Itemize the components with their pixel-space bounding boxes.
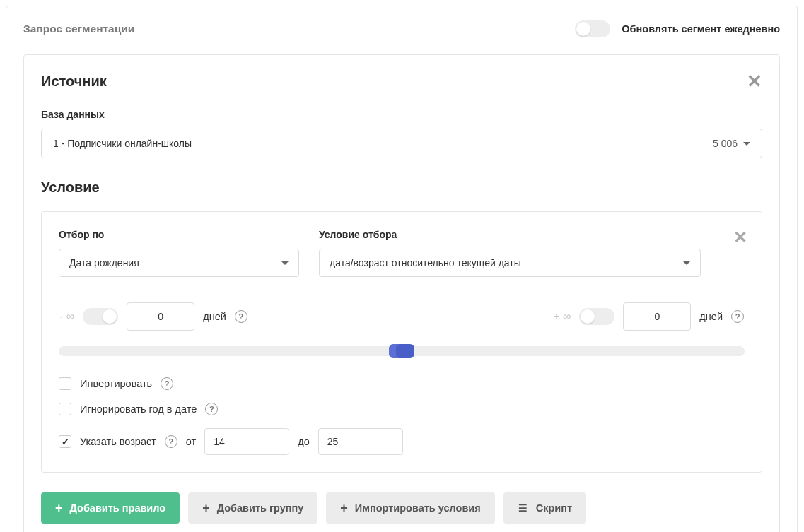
segmentation-panel: Запрос сегментации Обновлять сегмент еже… bbox=[6, 6, 798, 532]
minus-infinity-label: - ∞ bbox=[59, 310, 74, 323]
plus-icon: + bbox=[202, 502, 210, 514]
range-left-block: - ∞ дней ? bbox=[59, 302, 247, 331]
help-icon[interactable]: ? bbox=[235, 310, 247, 323]
filter-by-col: Отбор по Дата рождения bbox=[59, 229, 299, 277]
filter-by-select[interactable]: Дата рождения bbox=[59, 249, 299, 277]
condition-card: Отбор по Дата рождения Условие отбора да… bbox=[41, 211, 762, 473]
range-left-unit: дней bbox=[203, 311, 226, 322]
age-checkbox-label: Указать возраст bbox=[80, 436, 156, 447]
help-icon[interactable]: ? bbox=[161, 377, 173, 390]
plus-infinity-label: + ∞ bbox=[553, 310, 571, 323]
condition-selectors-row: Отбор по Дата рождения Условие отбора да… bbox=[59, 229, 745, 277]
range-right-block: + ∞ дней ? bbox=[553, 302, 744, 331]
criteria-label: Условие отбора bbox=[319, 229, 701, 240]
filter-by-label: Отбор по bbox=[59, 229, 299, 240]
criteria-col: Условие отбора дата/возраст относительно… bbox=[319, 229, 701, 277]
toggle-knob-icon bbox=[103, 309, 117, 324]
age-from-input[interactable] bbox=[204, 428, 289, 455]
toggle-knob-icon bbox=[576, 22, 590, 36]
plus-icon: + bbox=[340, 502, 348, 514]
header-row: Запрос сегментации Обновлять сегмент еже… bbox=[23, 20, 780, 37]
import-conditions-button[interactable]: + Импортировать условия bbox=[326, 492, 494, 524]
page-title: Запрос сегментации bbox=[23, 23, 134, 35]
age-from-label: от bbox=[186, 436, 196, 447]
source-title: Источник bbox=[41, 73, 107, 90]
filter-by-value: Дата рождения bbox=[69, 257, 139, 268]
database-value: 1 - Подписчики онлайн-школы bbox=[53, 138, 192, 149]
criteria-select[interactable]: дата/возраст относительно текущей даты bbox=[319, 249, 701, 277]
range-left-toggle[interactable] bbox=[83, 308, 118, 325]
add-group-label: Добавить группу bbox=[217, 502, 304, 514]
close-icon[interactable]: ✕ bbox=[747, 72, 762, 90]
script-button[interactable]: ☰ Скрипт bbox=[503, 492, 586, 524]
action-buttons-row: + Добавить правило + Добавить группу + И… bbox=[41, 492, 762, 524]
plus-icon: + bbox=[55, 502, 63, 514]
date-range-slider[interactable] bbox=[59, 346, 745, 356]
add-rule-button[interactable]: + Добавить правило bbox=[41, 492, 180, 524]
import-label: Импортировать условия bbox=[355, 502, 481, 514]
range-right-unit: дней bbox=[699, 311, 723, 322]
source-header: Источник ✕ bbox=[41, 72, 762, 90]
date-range-row: - ∞ дней ? + ∞ дней ? bbox=[59, 302, 745, 331]
slider-thumb-right[interactable] bbox=[396, 344, 414, 358]
update-daily-toggle[interactable] bbox=[575, 20, 610, 37]
list-icon: ☰ bbox=[518, 503, 529, 513]
database-select[interactable]: 1 - Подписчики онлайн-школы 5 006 bbox=[41, 129, 762, 158]
help-icon[interactable]: ? bbox=[165, 435, 177, 448]
update-daily-label: Обновлять сегмент ежедневно bbox=[622, 23, 780, 35]
range-left-input[interactable] bbox=[127, 302, 194, 331]
add-group-button[interactable]: + Добавить группу bbox=[188, 492, 317, 524]
source-panel: Источник ✕ База данных 1 - Подписчики он… bbox=[23, 54, 780, 532]
help-icon[interactable]: ? bbox=[205, 403, 218, 415]
help-icon[interactable]: ? bbox=[731, 310, 744, 323]
chevron-down-icon bbox=[743, 142, 750, 146]
database-count: 5 006 bbox=[713, 138, 738, 149]
range-right-input[interactable] bbox=[623, 302, 691, 331]
chevron-down-icon bbox=[683, 261, 690, 265]
invert-label: Инвертировать bbox=[80, 378, 152, 389]
toggle-knob-icon bbox=[581, 309, 595, 324]
ignore-year-checkbox[interactable] bbox=[59, 403, 71, 415]
invert-row: Инвертировать ? bbox=[59, 377, 745, 390]
age-to-label: до bbox=[298, 436, 310, 447]
age-checkbox[interactable] bbox=[59, 435, 71, 448]
ignore-year-label: Игнорировать год в дате bbox=[80, 403, 197, 415]
ignore-year-row: Игнорировать год в дате ? bbox=[59, 403, 745, 415]
age-row: Указать возраст ? от до bbox=[59, 428, 745, 455]
database-label: База данных bbox=[41, 109, 762, 120]
script-label: Скрипт bbox=[536, 502, 572, 514]
range-right-toggle[interactable] bbox=[579, 308, 614, 325]
database-count-wrap: 5 006 bbox=[713, 138, 750, 149]
condition-title: Условие bbox=[41, 179, 762, 196]
add-rule-label: Добавить правило bbox=[70, 502, 166, 514]
chevron-down-icon bbox=[281, 261, 289, 265]
update-toggle-wrap: Обновлять сегмент ежедневно bbox=[575, 20, 780, 37]
age-to-input[interactable] bbox=[318, 428, 403, 455]
criteria-value: дата/возраст относительно текущей даты bbox=[330, 257, 521, 268]
remove-condition-icon[interactable]: ✕ bbox=[733, 227, 747, 247]
invert-checkbox[interactable] bbox=[59, 377, 71, 390]
